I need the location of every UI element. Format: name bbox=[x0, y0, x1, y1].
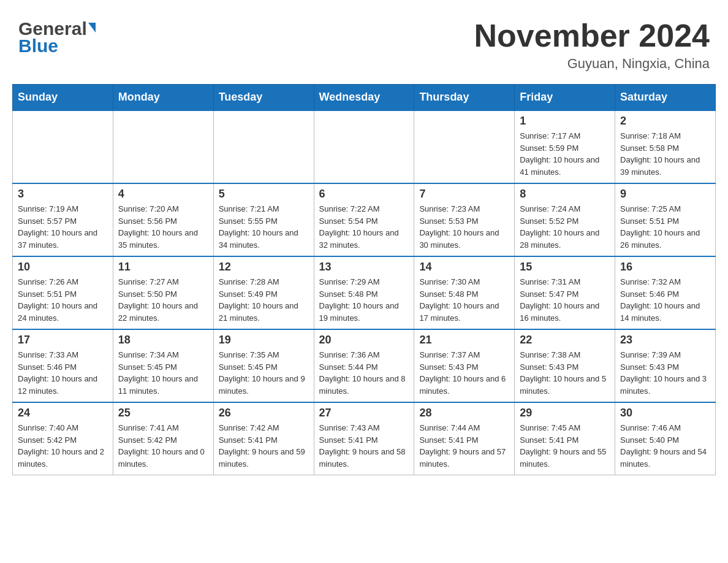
logo: General Blue bbox=[18, 18, 96, 56]
day-number: 27 bbox=[319, 407, 409, 419]
day-info: Sunrise: 7:39 AMSunset: 5:43 PMDaylight:… bbox=[620, 349, 710, 397]
day-number: 8 bbox=[520, 188, 610, 201]
calendar-cell: 8Sunrise: 7:24 AMSunset: 5:52 PMDaylight… bbox=[515, 183, 615, 256]
day-info: Sunrise: 7:45 AMSunset: 5:41 PMDaylight:… bbox=[520, 422, 610, 470]
calendar-cell: 23Sunrise: 7:39 AMSunset: 5:43 PMDayligh… bbox=[615, 329, 716, 402]
day-info: Sunrise: 7:37 AMSunset: 5:43 PMDaylight:… bbox=[419, 349, 509, 397]
title-block: November 2024 Guyuan, Ningxia, China bbox=[474, 18, 710, 72]
day-number: 3 bbox=[18, 188, 108, 201]
week-row-5: 24Sunrise: 7:40 AMSunset: 5:42 PMDayligh… bbox=[13, 402, 716, 475]
day-number: 12 bbox=[219, 261, 309, 274]
day-number: 9 bbox=[620, 188, 710, 201]
calendar-cell bbox=[414, 110, 515, 183]
calendar-header: SundayMondayTuesdayWednesdayThursdayFrid… bbox=[13, 85, 716, 111]
day-info: Sunrise: 7:42 AMSunset: 5:41 PMDaylight:… bbox=[219, 422, 309, 470]
day-number: 17 bbox=[18, 334, 108, 347]
calendar-cell: 26Sunrise: 7:42 AMSunset: 5:41 PMDayligh… bbox=[213, 402, 314, 475]
location-subtitle: Guyuan, Ningxia, China bbox=[474, 56, 710, 72]
calendar-cell bbox=[213, 110, 314, 183]
day-info: Sunrise: 7:43 AMSunset: 5:41 PMDaylight:… bbox=[319, 422, 409, 470]
day-number: 6 bbox=[319, 188, 409, 201]
day-info: Sunrise: 7:23 AMSunset: 5:53 PMDaylight:… bbox=[419, 203, 509, 251]
dow-header-sunday: Sunday bbox=[13, 85, 113, 111]
day-number: 28 bbox=[419, 407, 509, 419]
calendar-cell: 2Sunrise: 7:18 AMSunset: 5:58 PMDaylight… bbox=[615, 110, 716, 183]
calendar-cell: 9Sunrise: 7:25 AMSunset: 5:51 PMDaylight… bbox=[615, 183, 716, 256]
calendar-cell: 18Sunrise: 7:34 AMSunset: 5:45 PMDayligh… bbox=[113, 329, 213, 402]
day-number: 23 bbox=[620, 334, 710, 347]
day-info: Sunrise: 7:35 AMSunset: 5:45 PMDaylight:… bbox=[219, 349, 309, 397]
day-info: Sunrise: 7:41 AMSunset: 5:42 PMDaylight:… bbox=[118, 422, 208, 470]
day-info: Sunrise: 7:27 AMSunset: 5:50 PMDaylight:… bbox=[118, 276, 208, 324]
dow-header-saturday: Saturday bbox=[615, 85, 716, 111]
day-number: 22 bbox=[520, 334, 610, 347]
day-number: 26 bbox=[219, 407, 309, 419]
logo-triangle-icon bbox=[88, 23, 96, 33]
calendar-cell: 17Sunrise: 7:33 AMSunset: 5:46 PMDayligh… bbox=[13, 329, 113, 402]
day-info: Sunrise: 7:19 AMSunset: 5:57 PMDaylight:… bbox=[18, 203, 108, 251]
dow-header-thursday: Thursday bbox=[414, 85, 515, 111]
day-info: Sunrise: 7:21 AMSunset: 5:55 PMDaylight:… bbox=[219, 203, 309, 251]
week-row-1: 1Sunrise: 7:17 AMSunset: 5:59 PMDaylight… bbox=[13, 110, 716, 183]
calendar-cell: 21Sunrise: 7:37 AMSunset: 5:43 PMDayligh… bbox=[414, 329, 515, 402]
day-number: 30 bbox=[620, 407, 710, 419]
day-info: Sunrise: 7:38 AMSunset: 5:43 PMDaylight:… bbox=[520, 349, 610, 397]
calendar-cell: 1Sunrise: 7:17 AMSunset: 5:59 PMDaylight… bbox=[515, 110, 615, 183]
day-number: 10 bbox=[18, 261, 108, 274]
week-row-3: 10Sunrise: 7:26 AMSunset: 5:51 PMDayligh… bbox=[13, 256, 716, 329]
day-info: Sunrise: 7:28 AMSunset: 5:49 PMDaylight:… bbox=[219, 276, 309, 324]
day-info: Sunrise: 7:36 AMSunset: 5:44 PMDaylight:… bbox=[319, 349, 409, 397]
calendar-cell: 24Sunrise: 7:40 AMSunset: 5:42 PMDayligh… bbox=[13, 402, 113, 475]
calendar-cell: 29Sunrise: 7:45 AMSunset: 5:41 PMDayligh… bbox=[515, 402, 615, 475]
day-number: 5 bbox=[219, 188, 309, 201]
calendar-cell: 19Sunrise: 7:35 AMSunset: 5:45 PMDayligh… bbox=[213, 329, 314, 402]
calendar-cell: 16Sunrise: 7:32 AMSunset: 5:46 PMDayligh… bbox=[615, 256, 716, 329]
day-number: 1 bbox=[520, 115, 610, 128]
calendar-cell: 10Sunrise: 7:26 AMSunset: 5:51 PMDayligh… bbox=[13, 256, 113, 329]
day-info: Sunrise: 7:20 AMSunset: 5:56 PMDaylight:… bbox=[118, 203, 208, 251]
calendar-cell: 11Sunrise: 7:27 AMSunset: 5:50 PMDayligh… bbox=[113, 256, 213, 329]
page-header: General Blue November 2024 Guyuan, Ningx… bbox=[12, 12, 716, 78]
calendar-cell bbox=[13, 110, 113, 183]
calendar-cell: 4Sunrise: 7:20 AMSunset: 5:56 PMDaylight… bbox=[113, 183, 213, 256]
calendar-cell: 25Sunrise: 7:41 AMSunset: 5:42 PMDayligh… bbox=[113, 402, 213, 475]
day-info: Sunrise: 7:25 AMSunset: 5:51 PMDaylight:… bbox=[620, 203, 710, 251]
logo-blue-text: Blue bbox=[18, 36, 58, 56]
calendar-cell: 3Sunrise: 7:19 AMSunset: 5:57 PMDaylight… bbox=[13, 183, 113, 256]
dow-header-monday: Monday bbox=[113, 85, 213, 111]
calendar-cell: 22Sunrise: 7:38 AMSunset: 5:43 PMDayligh… bbox=[515, 329, 615, 402]
day-info: Sunrise: 7:29 AMSunset: 5:48 PMDaylight:… bbox=[319, 276, 409, 324]
day-info: Sunrise: 7:34 AMSunset: 5:45 PMDaylight:… bbox=[118, 349, 208, 397]
calendar-cell: 12Sunrise: 7:28 AMSunset: 5:49 PMDayligh… bbox=[213, 256, 314, 329]
day-number: 18 bbox=[118, 334, 208, 347]
calendar-cell bbox=[113, 110, 213, 183]
day-number: 20 bbox=[319, 334, 409, 347]
day-info: Sunrise: 7:24 AMSunset: 5:52 PMDaylight:… bbox=[520, 203, 610, 251]
day-number: 24 bbox=[18, 407, 108, 419]
day-info: Sunrise: 7:30 AMSunset: 5:48 PMDaylight:… bbox=[419, 276, 509, 324]
day-number: 25 bbox=[118, 407, 208, 419]
day-info: Sunrise: 7:32 AMSunset: 5:46 PMDaylight:… bbox=[620, 276, 710, 324]
dow-header-friday: Friday bbox=[515, 85, 615, 111]
day-number: 4 bbox=[118, 188, 208, 201]
dow-header-tuesday: Tuesday bbox=[213, 85, 314, 111]
day-number: 15 bbox=[520, 261, 610, 274]
day-number: 2 bbox=[620, 115, 710, 128]
calendar-cell bbox=[314, 110, 414, 183]
day-info: Sunrise: 7:46 AMSunset: 5:40 PMDaylight:… bbox=[620, 422, 710, 470]
day-number: 13 bbox=[319, 261, 409, 274]
day-number: 29 bbox=[520, 407, 610, 419]
day-info: Sunrise: 7:18 AMSunset: 5:58 PMDaylight:… bbox=[620, 130, 710, 178]
month-title: November 2024 bbox=[474, 18, 710, 53]
day-info: Sunrise: 7:22 AMSunset: 5:54 PMDaylight:… bbox=[319, 203, 409, 251]
week-row-2: 3Sunrise: 7:19 AMSunset: 5:57 PMDaylight… bbox=[13, 183, 716, 256]
calendar-table: SundayMondayTuesdayWednesdayThursdayFrid… bbox=[12, 84, 716, 475]
calendar-cell: 20Sunrise: 7:36 AMSunset: 5:44 PMDayligh… bbox=[314, 329, 414, 402]
calendar-cell: 28Sunrise: 7:44 AMSunset: 5:41 PMDayligh… bbox=[414, 402, 515, 475]
calendar-cell: 30Sunrise: 7:46 AMSunset: 5:40 PMDayligh… bbox=[615, 402, 716, 475]
day-number: 19 bbox=[219, 334, 309, 347]
day-number: 11 bbox=[118, 261, 208, 274]
days-of-week-row: SundayMondayTuesdayWednesdayThursdayFrid… bbox=[13, 85, 716, 111]
day-number: 21 bbox=[419, 334, 509, 347]
day-info: Sunrise: 7:17 AMSunset: 5:59 PMDaylight:… bbox=[520, 130, 610, 178]
